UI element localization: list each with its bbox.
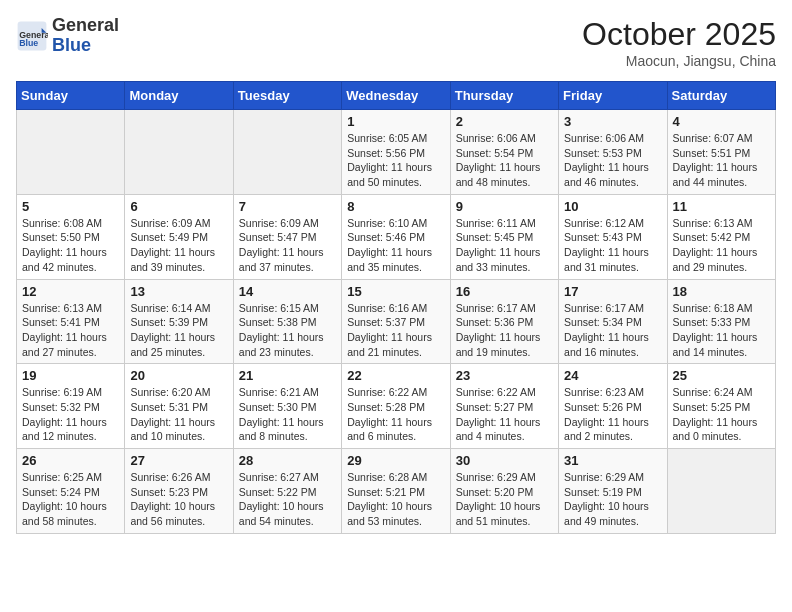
day-detail: Sunrise: 6:20 AM Sunset: 5:31 PM Dayligh… [130,385,227,444]
day-detail: Sunrise: 6:29 AM Sunset: 5:19 PM Dayligh… [564,470,661,529]
day-number: 23 [456,368,553,383]
logo-icon: General Blue [16,20,48,52]
day-detail: Sunrise: 6:09 AM Sunset: 5:47 PM Dayligh… [239,216,336,275]
week-row-1: 5Sunrise: 6:08 AM Sunset: 5:50 PM Daylig… [17,194,776,279]
day-number: 25 [673,368,770,383]
day-detail: Sunrise: 6:07 AM Sunset: 5:51 PM Dayligh… [673,131,770,190]
day-number: 10 [564,199,661,214]
day-detail: Sunrise: 6:15 AM Sunset: 5:38 PM Dayligh… [239,301,336,360]
week-row-0: 1Sunrise: 6:05 AM Sunset: 5:56 PM Daylig… [17,110,776,195]
calendar-cell: 8Sunrise: 6:10 AM Sunset: 5:46 PM Daylig… [342,194,450,279]
day-number: 18 [673,284,770,299]
calendar-cell: 2Sunrise: 6:06 AM Sunset: 5:54 PM Daylig… [450,110,558,195]
logo: General Blue General Blue [16,16,119,56]
day-detail: Sunrise: 6:27 AM Sunset: 5:22 PM Dayligh… [239,470,336,529]
day-detail: Sunrise: 6:14 AM Sunset: 5:39 PM Dayligh… [130,301,227,360]
day-number: 17 [564,284,661,299]
day-number: 8 [347,199,444,214]
day-detail: Sunrise: 6:13 AM Sunset: 5:42 PM Dayligh… [673,216,770,275]
calendar-cell: 27Sunrise: 6:26 AM Sunset: 5:23 PM Dayli… [125,449,233,534]
day-number: 21 [239,368,336,383]
calendar-cell: 5Sunrise: 6:08 AM Sunset: 5:50 PM Daylig… [17,194,125,279]
weekday-header-saturday: Saturday [667,82,775,110]
day-detail: Sunrise: 6:25 AM Sunset: 5:24 PM Dayligh… [22,470,119,529]
calendar-cell [667,449,775,534]
day-number: 22 [347,368,444,383]
calendar-cell: 11Sunrise: 6:13 AM Sunset: 5:42 PM Dayli… [667,194,775,279]
day-number: 15 [347,284,444,299]
day-detail: Sunrise: 6:19 AM Sunset: 5:32 PM Dayligh… [22,385,119,444]
month-title: October 2025 [582,16,776,53]
day-number: 20 [130,368,227,383]
day-number: 16 [456,284,553,299]
calendar-cell [125,110,233,195]
calendar-cell: 16Sunrise: 6:17 AM Sunset: 5:36 PM Dayli… [450,279,558,364]
day-detail: Sunrise: 6:17 AM Sunset: 5:34 PM Dayligh… [564,301,661,360]
calendar-cell: 26Sunrise: 6:25 AM Sunset: 5:24 PM Dayli… [17,449,125,534]
calendar-cell: 12Sunrise: 6:13 AM Sunset: 5:41 PM Dayli… [17,279,125,364]
day-detail: Sunrise: 6:18 AM Sunset: 5:33 PM Dayligh… [673,301,770,360]
day-detail: Sunrise: 6:29 AM Sunset: 5:20 PM Dayligh… [456,470,553,529]
weekday-header-thursday: Thursday [450,82,558,110]
day-detail: Sunrise: 6:10 AM Sunset: 5:46 PM Dayligh… [347,216,444,275]
calendar-cell: 23Sunrise: 6:22 AM Sunset: 5:27 PM Dayli… [450,364,558,449]
week-row-2: 12Sunrise: 6:13 AM Sunset: 5:41 PM Dayli… [17,279,776,364]
day-number: 12 [22,284,119,299]
calendar-cell: 10Sunrise: 6:12 AM Sunset: 5:43 PM Dayli… [559,194,667,279]
location: Maocun, Jiangsu, China [582,53,776,69]
day-number: 1 [347,114,444,129]
logo-blue-text: Blue [52,35,91,55]
calendar-cell: 4Sunrise: 6:07 AM Sunset: 5:51 PM Daylig… [667,110,775,195]
day-number: 24 [564,368,661,383]
calendar-cell: 31Sunrise: 6:29 AM Sunset: 5:19 PM Dayli… [559,449,667,534]
day-detail: Sunrise: 6:06 AM Sunset: 5:53 PM Dayligh… [564,131,661,190]
day-number: 7 [239,199,336,214]
title-block: October 2025 Maocun, Jiangsu, China [582,16,776,69]
calendar-cell: 15Sunrise: 6:16 AM Sunset: 5:37 PM Dayli… [342,279,450,364]
calendar-cell: 22Sunrise: 6:22 AM Sunset: 5:28 PM Dayli… [342,364,450,449]
calendar-table: SundayMondayTuesdayWednesdayThursdayFrid… [16,81,776,534]
weekday-header-tuesday: Tuesday [233,82,341,110]
calendar-cell [17,110,125,195]
calendar-cell: 17Sunrise: 6:17 AM Sunset: 5:34 PM Dayli… [559,279,667,364]
day-detail: Sunrise: 6:28 AM Sunset: 5:21 PM Dayligh… [347,470,444,529]
day-number: 2 [456,114,553,129]
day-number: 13 [130,284,227,299]
day-detail: Sunrise: 6:05 AM Sunset: 5:56 PM Dayligh… [347,131,444,190]
svg-text:Blue: Blue [19,38,38,48]
day-detail: Sunrise: 6:21 AM Sunset: 5:30 PM Dayligh… [239,385,336,444]
day-detail: Sunrise: 6:08 AM Sunset: 5:50 PM Dayligh… [22,216,119,275]
day-number: 3 [564,114,661,129]
day-detail: Sunrise: 6:22 AM Sunset: 5:28 PM Dayligh… [347,385,444,444]
day-detail: Sunrise: 6:24 AM Sunset: 5:25 PM Dayligh… [673,385,770,444]
day-detail: Sunrise: 6:22 AM Sunset: 5:27 PM Dayligh… [456,385,553,444]
calendar-cell: 14Sunrise: 6:15 AM Sunset: 5:38 PM Dayli… [233,279,341,364]
day-number: 5 [22,199,119,214]
day-number: 9 [456,199,553,214]
calendar-cell: 20Sunrise: 6:20 AM Sunset: 5:31 PM Dayli… [125,364,233,449]
calendar-cell: 9Sunrise: 6:11 AM Sunset: 5:45 PM Daylig… [450,194,558,279]
calendar-cell: 7Sunrise: 6:09 AM Sunset: 5:47 PM Daylig… [233,194,341,279]
day-number: 27 [130,453,227,468]
calendar-cell: 1Sunrise: 6:05 AM Sunset: 5:56 PM Daylig… [342,110,450,195]
day-number: 6 [130,199,227,214]
calendar-cell: 28Sunrise: 6:27 AM Sunset: 5:22 PM Dayli… [233,449,341,534]
day-detail: Sunrise: 6:12 AM Sunset: 5:43 PM Dayligh… [564,216,661,275]
calendar-cell: 29Sunrise: 6:28 AM Sunset: 5:21 PM Dayli… [342,449,450,534]
day-detail: Sunrise: 6:17 AM Sunset: 5:36 PM Dayligh… [456,301,553,360]
week-row-3: 19Sunrise: 6:19 AM Sunset: 5:32 PM Dayli… [17,364,776,449]
weekday-header-row: SundayMondayTuesdayWednesdayThursdayFrid… [17,82,776,110]
day-number: 26 [22,453,119,468]
calendar-cell: 6Sunrise: 6:09 AM Sunset: 5:49 PM Daylig… [125,194,233,279]
weekday-header-sunday: Sunday [17,82,125,110]
day-number: 31 [564,453,661,468]
day-detail: Sunrise: 6:13 AM Sunset: 5:41 PM Dayligh… [22,301,119,360]
page-header: General Blue General Blue October 2025 M… [16,16,776,69]
weekday-header-friday: Friday [559,82,667,110]
calendar-cell: 19Sunrise: 6:19 AM Sunset: 5:32 PM Dayli… [17,364,125,449]
day-number: 11 [673,199,770,214]
day-number: 4 [673,114,770,129]
day-number: 28 [239,453,336,468]
calendar-cell: 24Sunrise: 6:23 AM Sunset: 5:26 PM Dayli… [559,364,667,449]
day-detail: Sunrise: 6:06 AM Sunset: 5:54 PM Dayligh… [456,131,553,190]
